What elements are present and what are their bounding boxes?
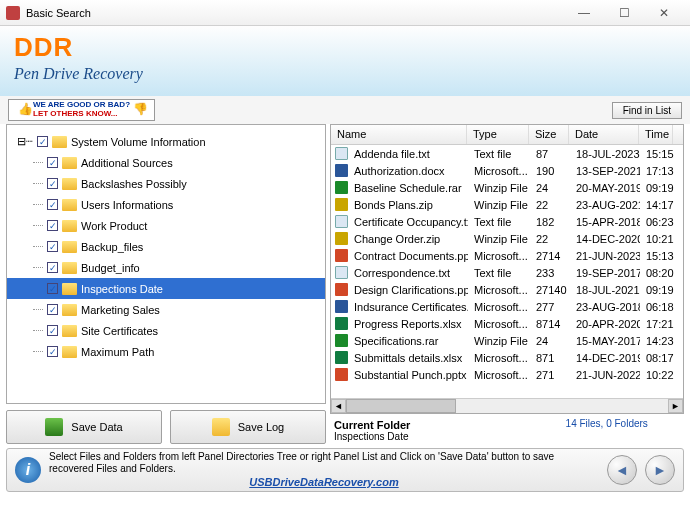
- tree-node[interactable]: ✓Backslashes Possibly: [7, 173, 325, 194]
- file-type-icon: [335, 334, 348, 347]
- tree-node[interactable]: ✓Work Product: [7, 215, 325, 236]
- file-name: Correspondence.txt: [348, 267, 468, 279]
- file-row[interactable]: Certificate Occupancy.txtText file18215-…: [331, 213, 683, 230]
- file-size: 277: [530, 301, 570, 313]
- tree-node[interactable]: ✓Marketing Sales: [7, 299, 325, 320]
- file-time: 09:19: [640, 182, 674, 194]
- feedback-link[interactable]: 👍 WE ARE GOOD OR BAD? LET OTHERS KNOW...…: [8, 99, 155, 121]
- file-row[interactable]: Submittals details.xlsxMicrosoft...87114…: [331, 349, 683, 366]
- file-type: Text file: [468, 148, 530, 160]
- folder-tree[interactable]: ⊟┈ ✓ System Volume Information ✓Addition…: [6, 124, 326, 404]
- file-time: 06:23: [640, 216, 674, 228]
- horizontal-scrollbar[interactable]: ◄ ►: [331, 398, 683, 413]
- thumb-up-icon: 👍: [18, 103, 33, 116]
- header-name[interactable]: Name: [331, 125, 467, 144]
- tree-node-label: Additional Sources: [81, 157, 173, 169]
- file-time: 10:21: [640, 233, 674, 245]
- file-date: 23-AUG-2021: [570, 199, 640, 211]
- file-list[interactable]: Name Type Size Date Time Addenda file.tx…: [330, 124, 684, 414]
- checkbox-icon[interactable]: ✓: [47, 283, 58, 294]
- file-name: Addenda file.txt: [348, 148, 468, 160]
- checkbox-icon[interactable]: ✓: [47, 178, 58, 189]
- file-date: 18-JUL-2023: [570, 148, 640, 160]
- file-date: 18-JUL-2021: [570, 284, 640, 296]
- header-type[interactable]: Type: [467, 125, 529, 144]
- checkbox-icon[interactable]: ✓: [47, 157, 58, 168]
- file-size: 22: [530, 199, 570, 211]
- file-time: 17:21: [640, 318, 674, 330]
- checkbox-icon[interactable]: ✓: [47, 346, 58, 357]
- save-data-label: Save Data: [71, 421, 122, 433]
- checkbox-icon[interactable]: ✓: [47, 304, 58, 315]
- file-name: Specifications.rar: [348, 335, 468, 347]
- file-type-icon: [335, 232, 348, 245]
- tree-node[interactable]: ✓Inspections Date: [7, 278, 325, 299]
- file-date: 23-AUG-2018: [570, 301, 640, 313]
- find-in-list-button[interactable]: Find in List: [612, 102, 682, 119]
- file-row[interactable]: Addenda file.txtText file8718-JUL-202315…: [331, 145, 683, 162]
- footer-bar: i Select Files and Folders from left Pan…: [6, 448, 684, 492]
- file-date: 21-JUN-2022: [570, 369, 640, 381]
- nav-back-button[interactable]: ◄: [607, 455, 637, 485]
- tree-node[interactable]: ✓Users Informations: [7, 194, 325, 215]
- file-type: Winzip File: [468, 233, 530, 245]
- checkbox-icon[interactable]: ✓: [37, 136, 48, 147]
- save-log-button[interactable]: Save Log: [170, 410, 326, 444]
- file-row[interactable]: Substantial Punch.pptxMicrosoft...27121-…: [331, 366, 683, 383]
- footer-url[interactable]: USBDriveDataRecovery.com: [249, 476, 398, 488]
- folder-icon: [52, 136, 67, 148]
- checkbox-icon[interactable]: ✓: [47, 241, 58, 252]
- checkbox-icon[interactable]: ✓: [47, 220, 58, 231]
- file-name: Submittals details.xlsx: [348, 352, 468, 364]
- file-count-status: 14 Files, 0 Folders: [529, 417, 684, 429]
- scroll-thumb[interactable]: [346, 399, 456, 413]
- header-date[interactable]: Date: [569, 125, 639, 144]
- tree-node[interactable]: ✓Additional Sources: [7, 152, 325, 173]
- file-time: 15:15: [640, 148, 674, 160]
- file-row[interactable]: Design Clarifications.pptxMicrosoft...27…: [331, 281, 683, 298]
- header-size[interactable]: Size: [529, 125, 569, 144]
- file-row[interactable]: Change Order.zipWinzip File2214-DEC-2020…: [331, 230, 683, 247]
- scroll-right-icon[interactable]: ►: [668, 399, 683, 413]
- file-name: Bonds Plans.zip: [348, 199, 468, 211]
- app-icon: [6, 6, 20, 20]
- column-headers[interactable]: Name Type Size Date Time: [331, 125, 683, 145]
- file-type-icon: [335, 198, 348, 211]
- tree-node[interactable]: ✓Maximum Path: [7, 341, 325, 362]
- file-row[interactable]: Correspondence.txtText file23319-SEP-201…: [331, 264, 683, 281]
- tree-node-label: Maximum Path: [81, 346, 154, 358]
- checkbox-icon[interactable]: ✓: [47, 199, 58, 210]
- maximize-button[interactable]: ☐: [604, 3, 644, 23]
- file-size: 190: [530, 165, 570, 177]
- file-size: 8714: [530, 318, 570, 330]
- file-row[interactable]: Specifications.rarWinzip File2415-MAY-20…: [331, 332, 683, 349]
- tree-root-node[interactable]: ⊟┈ ✓ System Volume Information: [7, 131, 325, 152]
- tree-node-label: Inspections Date: [81, 283, 163, 295]
- tree-node[interactable]: ✓Backup_files: [7, 236, 325, 257]
- file-row[interactable]: Indsurance Certificates.d...Microsoft...…: [331, 298, 683, 315]
- file-row[interactable]: Authorization.docxMicrosoft...19013-SEP-…: [331, 162, 683, 179]
- tree-node-label: Backup_files: [81, 241, 143, 253]
- product-subtitle: Pen Drive Recovery: [14, 65, 676, 83]
- checkbox-icon[interactable]: ✓: [47, 262, 58, 273]
- tree-node[interactable]: ✓Site Certificates: [7, 320, 325, 341]
- save-icon: [45, 418, 63, 436]
- header-time[interactable]: Time: [639, 125, 673, 144]
- file-type-icon: [335, 300, 348, 313]
- file-row[interactable]: Contract Documents.pptxMicrosoft...27142…: [331, 247, 683, 264]
- save-data-button[interactable]: Save Data: [6, 410, 162, 444]
- minimize-button[interactable]: —: [564, 3, 604, 23]
- file-row[interactable]: Progress Reports.xlsxMicrosoft...871420-…: [331, 315, 683, 332]
- tree-node-label: Marketing Sales: [81, 304, 160, 316]
- file-row[interactable]: Baseline Schedule.rarWinzip File2420-MAY…: [331, 179, 683, 196]
- close-button[interactable]: ✕: [644, 3, 684, 23]
- file-name: Authorization.docx: [348, 165, 468, 177]
- scroll-left-icon[interactable]: ◄: [331, 399, 346, 413]
- file-time: 14:17: [640, 199, 674, 211]
- checkbox-icon[interactable]: ✓: [47, 325, 58, 336]
- file-row[interactable]: Bonds Plans.zipWinzip File2223-AUG-20211…: [331, 196, 683, 213]
- file-time: 08:17: [640, 352, 674, 364]
- nav-forward-button[interactable]: ►: [645, 455, 675, 485]
- file-size: 27140: [530, 284, 570, 296]
- tree-node[interactable]: ✓Budget_info: [7, 257, 325, 278]
